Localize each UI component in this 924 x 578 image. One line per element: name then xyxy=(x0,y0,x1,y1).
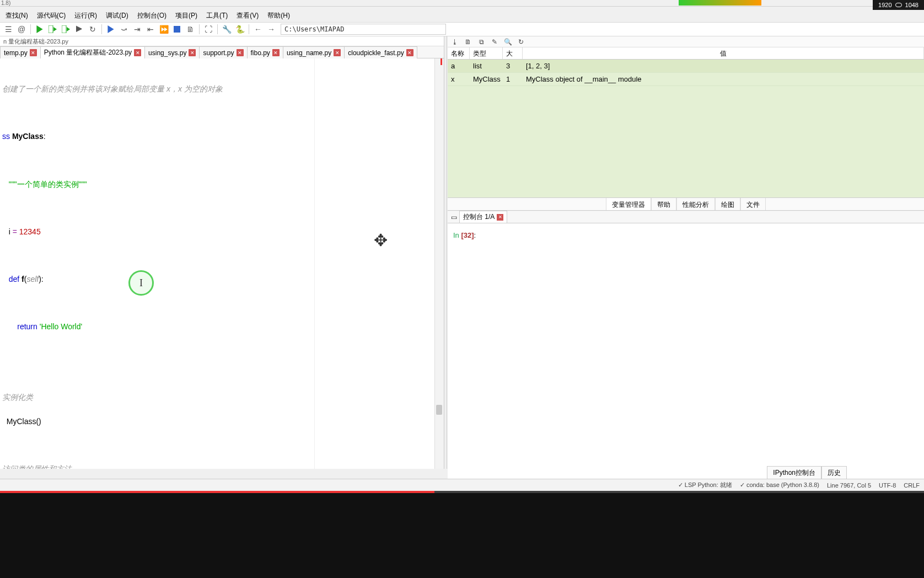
rerun-icon[interactable]: ↻ xyxy=(87,23,99,35)
breadcrumb[interactable]: n 量化编程基础-2023.py xyxy=(0,36,447,46)
tab-support[interactable]: support.py✕ xyxy=(199,46,247,58)
wrench-icon[interactable]: 🔧 xyxy=(221,23,233,35)
editor-tabs: temp.py✕ Python 量化编程基础-2023.py✕ using_sy… xyxy=(0,46,447,58)
copy-icon[interactable]: ⧉ xyxy=(477,38,485,46)
code-editor[interactable]: 创建了一个新的类实例并将该对象赋给局部变量 x，x 为空的对象 ss MyCla… xyxy=(0,58,434,469)
console-bottom-tabs: IPython控制台 历史 xyxy=(767,466,847,480)
python-icon[interactable]: 🐍 xyxy=(234,23,246,35)
run-cell-advance-icon[interactable] xyxy=(60,23,72,35)
variable-explorer: alist3[1, 2, 3] xMyClass1MyClass object … xyxy=(448,60,924,197)
close-icon[interactable]: ✕ xyxy=(189,49,196,56)
step-over-icon[interactable]: ⤻ xyxy=(118,23,130,35)
maximize-icon[interactable]: ⛶ xyxy=(202,23,214,35)
menu-bar: 查找(N) 源代码(C) 运行(R) 调试(D) 控制台(O) 项目(P) 工具… xyxy=(0,10,924,21)
close-icon[interactable]: ✕ xyxy=(272,49,280,56)
right-pane-tabs: 变量管理器 帮助 性能分析 绘图 文件 xyxy=(448,197,924,211)
run-cell-icon[interactable] xyxy=(47,23,59,35)
status-encoding[interactable]: UTF-8 xyxy=(879,482,896,489)
close-icon[interactable]: ✕ xyxy=(334,49,341,56)
menu-project[interactable]: 项目(P) xyxy=(171,10,202,21)
debug-icon[interactable] xyxy=(105,23,117,35)
menu-tools[interactable]: 工具(T) xyxy=(202,10,232,21)
close-icon[interactable]: ✕ xyxy=(237,49,244,56)
col-size[interactable]: 大小 xyxy=(503,47,523,59)
status-bar: ✓ LSP Python: 就绪 ✓ conda: base (Python 3… xyxy=(0,479,924,491)
activity-indicator xyxy=(679,0,761,6)
editor-scrollbar[interactable] xyxy=(434,58,443,469)
tab-fibo[interactable]: fibo.py✕ xyxy=(247,46,283,58)
tab-temp[interactable]: temp.py✕ xyxy=(0,46,41,58)
menu-run[interactable]: 运行(R) xyxy=(70,10,101,21)
col-value[interactable]: 值 xyxy=(523,47,924,59)
console-tab[interactable]: 控制台 1/A✕ xyxy=(459,211,507,223)
menu-view[interactable]: 查看(V) xyxy=(232,10,263,21)
refresh-icon[interactable]: ↻ xyxy=(517,38,525,46)
progress-bar[interactable] xyxy=(0,491,924,493)
tab-using-name[interactable]: using_name.py✕ xyxy=(283,46,345,58)
menu-icon[interactable]: ☰ xyxy=(2,23,14,35)
at-icon[interactable]: @ xyxy=(15,23,28,35)
menu-find[interactable]: 查找(N) xyxy=(1,10,33,21)
close-icon[interactable]: ✕ xyxy=(134,49,141,56)
import-icon[interactable]: ⭳ xyxy=(451,38,459,46)
run-selection-icon[interactable]: ⯈ xyxy=(73,23,85,35)
link-icon xyxy=(895,3,902,7)
col-type[interactable]: 类型 xyxy=(470,47,503,59)
status-eol[interactable]: CRLF xyxy=(904,482,920,489)
menu-help[interactable]: 帮助(H) xyxy=(263,10,294,21)
pane-splitter[interactable] xyxy=(444,36,447,469)
console-tabs: ▭ 控制台 1/A✕ xyxy=(448,211,924,223)
tab-using-sys[interactable]: using_sys.py✕ xyxy=(144,46,200,58)
back-icon[interactable]: ← xyxy=(252,23,264,35)
tab-cloudpickle[interactable]: cloudpickle_fast.py✕ xyxy=(344,46,417,58)
progress-fill xyxy=(0,491,434,493)
menu-console[interactable]: 控制台(O) xyxy=(133,10,171,21)
path-input[interactable]: C:\Users\MIAPAD xyxy=(281,24,446,35)
menu-debug[interactable]: 调试(D) xyxy=(101,10,133,21)
debug-file-icon[interactable]: 🗎 xyxy=(184,23,196,35)
toolbar: ☰ @ ⯈ ↻ ⤻ ⇥ ⇤ ⏩ 🗎 ⛶ 🔧 🐍 ← → C:\Users\MIA… xyxy=(0,22,924,36)
variable-row[interactable]: alist3[1, 2, 3] xyxy=(448,60,924,73)
variable-explorer-toolbar: ⭳ 🗎 ⧉ ✎ 🔍 ↻ xyxy=(448,36,924,47)
resolution-badge: 19201048 xyxy=(873,0,924,10)
tab-plots[interactable]: 绘图 xyxy=(715,198,740,210)
tab-files[interactable]: 文件 xyxy=(740,198,766,210)
scroll-thumb[interactable] xyxy=(436,405,442,415)
edit-icon[interactable]: ✎ xyxy=(491,38,498,46)
svg-rect-2 xyxy=(174,26,180,33)
forward-icon[interactable]: → xyxy=(265,23,277,35)
stop-icon[interactable] xyxy=(171,23,183,35)
save-icon[interactable]: 🗎 xyxy=(464,38,472,46)
variable-explorer-header: 名称 类型 大小 值 xyxy=(448,47,924,60)
run-icon[interactable] xyxy=(34,23,46,35)
video-player-strip xyxy=(0,491,924,578)
tab-profiler[interactable]: 性能分析 xyxy=(676,198,715,210)
status-conda[interactable]: ✓ conda: base (Python 3.8.8) xyxy=(740,481,819,489)
menu-source[interactable]: 源代码(C) xyxy=(33,10,71,21)
tab-main[interactable]: Python 量化编程基础-2023.py✕ xyxy=(40,46,145,58)
column-ruler xyxy=(314,58,315,469)
tab-help[interactable]: 帮助 xyxy=(651,198,676,210)
status-lsp[interactable]: ✓ LSP Python: 就绪 xyxy=(678,481,732,489)
close-icon[interactable]: ✕ xyxy=(497,214,503,221)
svg-rect-0 xyxy=(49,25,53,33)
tab-history[interactable]: 历史 xyxy=(821,466,847,480)
status-position[interactable]: Line 7967, Col 5 xyxy=(827,482,871,489)
step-out-icon[interactable]: ⇤ xyxy=(144,23,157,35)
tab-variable-explorer[interactable]: 变量管理器 xyxy=(606,198,651,210)
step-into-icon[interactable]: ⇥ xyxy=(131,23,143,35)
close-icon[interactable]: ✕ xyxy=(406,49,413,56)
variable-row[interactable]: xMyClass1MyClass object of __main__ modu… xyxy=(448,73,924,86)
col-name[interactable]: 名称 xyxy=(448,47,470,59)
close-icon[interactable]: ✕ xyxy=(30,49,37,56)
search-icon[interactable]: 🔍 xyxy=(504,38,512,46)
scroll-marker xyxy=(440,58,442,65)
continue-icon[interactable]: ⏩ xyxy=(158,23,170,35)
console-prompt: In xyxy=(453,231,461,239)
svg-rect-1 xyxy=(62,25,66,33)
tab-ipython-console[interactable]: IPython控制台 xyxy=(767,466,821,480)
title-bar: 1.8) xyxy=(0,0,924,7)
console-options-icon[interactable]: ▭ xyxy=(451,213,457,221)
